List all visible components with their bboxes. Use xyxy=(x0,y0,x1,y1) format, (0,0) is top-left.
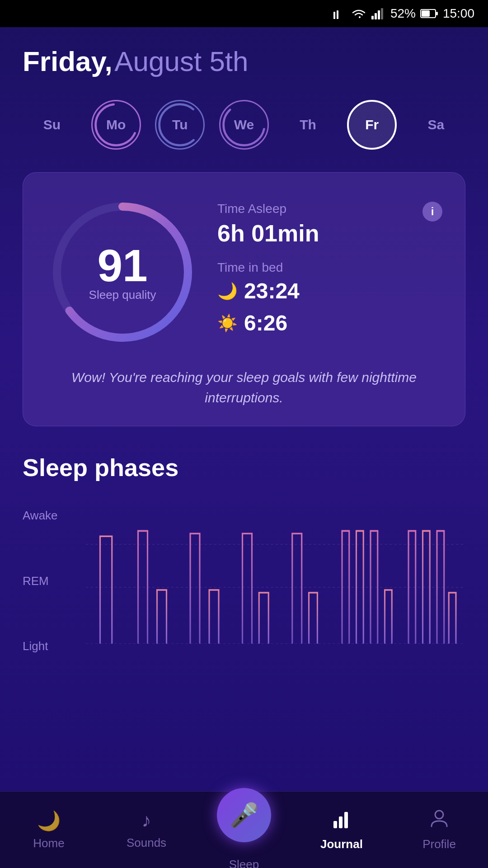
day-bubble-fr[interactable]: Fr xyxy=(347,100,397,150)
phases-chart-svg xyxy=(86,504,465,676)
nav-label-sleep: Sleep xyxy=(229,858,259,868)
phases-chart: Awake REM Light xyxy=(23,504,465,676)
main-content: Friday, August 5th Su Mo Tu We xyxy=(0,27,488,676)
week-selector: Su Mo Tu We Th Fr xyxy=(23,100,465,150)
phase-rem: REM xyxy=(23,574,58,588)
sleep-circle-text: 91 Sleep quality xyxy=(89,243,156,302)
svg-point-11 xyxy=(224,104,265,146)
day-date: August 5th xyxy=(114,46,248,77)
sun-icon: ☀️ xyxy=(217,314,238,333)
battery-icon xyxy=(420,9,438,19)
sleep-mic-button[interactable]: 🎤 xyxy=(217,788,271,842)
nav-label-home: Home xyxy=(33,836,64,850)
day-bubble-tu[interactable]: Tu xyxy=(155,100,205,150)
nav-label-sounds: Sounds xyxy=(127,836,166,850)
nav-item-home[interactable]: 🌙 Home xyxy=(0,810,98,850)
sleep-stats: i Time Asleep 6h 01min Time in bed 🌙 23:… xyxy=(217,202,442,343)
svg-rect-7 xyxy=(422,10,430,17)
mic-icon: 🎤 xyxy=(230,802,259,829)
sleep-card-top: 91 Sleep quality i Time Asleep 6h 01min … xyxy=(46,195,442,349)
sleep-card: 91 Sleep quality i Time Asleep 6h 01min … xyxy=(23,172,465,426)
wifi-icon xyxy=(351,7,367,20)
phase-awake: Awake xyxy=(23,509,58,523)
svg-rect-18 xyxy=(339,816,343,828)
info-icon[interactable]: i xyxy=(422,202,442,222)
we-arc xyxy=(221,101,267,148)
sleep-phases-section: Sleep phases Awake REM Light xyxy=(23,453,465,676)
bedtime-value: 23:24 xyxy=(244,278,300,303)
svg-rect-0 xyxy=(333,12,335,19)
sync-icon xyxy=(333,8,346,19)
nav-item-sleep[interactable]: 🎤 Sleep xyxy=(195,788,293,868)
home-icon: 🌙 xyxy=(37,810,61,832)
day-bubble-sa[interactable]: Sa xyxy=(411,100,461,150)
sleep-message: Wow! You're reaching your sleep goals wi… xyxy=(46,367,442,408)
day-bubble-th[interactable]: Th xyxy=(283,100,333,150)
bedtime-row: 🌙 23:24 xyxy=(217,278,442,303)
moon-icon: 🌙 xyxy=(217,282,238,301)
time-in-bed-label: Time in bed xyxy=(217,260,442,275)
phase-labels: Awake REM Light xyxy=(23,504,58,676)
day-name: Friday, xyxy=(23,46,113,77)
svg-rect-2 xyxy=(371,16,374,19)
bottom-nav: 🌙 Home ♪ Sounds 🎤 Sleep Journal xyxy=(0,791,488,868)
signal-icon xyxy=(371,8,386,19)
date-header: Friday, August 5th xyxy=(23,45,465,77)
svg-rect-19 xyxy=(344,812,348,828)
mo-arc xyxy=(93,101,140,148)
nav-label-journal: Journal xyxy=(320,837,363,851)
sounds-icon: ♪ xyxy=(142,810,151,831)
svg-rect-4 xyxy=(378,10,380,19)
waketime-row: ☀️ 6:26 xyxy=(217,311,442,335)
sleep-score-value: 91 xyxy=(89,243,156,288)
time-asleep-label: Time Asleep xyxy=(217,202,442,216)
clock: 15:00 xyxy=(443,6,474,21)
day-bubble-su[interactable]: Su xyxy=(27,100,77,150)
day-bubble-we[interactable]: We xyxy=(219,100,269,150)
waketime-value: 6:26 xyxy=(244,311,287,335)
status-icons: 52% 15:00 xyxy=(333,6,474,21)
tu-arc xyxy=(156,101,203,148)
svg-rect-1 xyxy=(337,10,338,19)
nav-item-journal[interactable]: Journal xyxy=(293,808,390,851)
svg-rect-17 xyxy=(333,821,337,828)
svg-point-10 xyxy=(160,104,201,146)
nav-item-profile[interactable]: Profile xyxy=(390,808,488,851)
svg-point-9 xyxy=(95,104,136,146)
svg-point-20 xyxy=(435,811,443,819)
nav-item-sounds[interactable]: ♪ Sounds xyxy=(98,810,195,850)
svg-rect-8 xyxy=(436,12,438,15)
battery-level: 52% xyxy=(390,6,416,21)
profile-icon xyxy=(429,808,449,833)
sleep-score-circle: 91 Sleep quality xyxy=(46,195,199,349)
phase-light: Light xyxy=(23,639,58,653)
journal-icon xyxy=(332,808,352,833)
svg-rect-3 xyxy=(375,13,377,19)
sleep-quality-label: Sleep quality xyxy=(89,288,156,302)
time-asleep-value: 6h 01min xyxy=(217,220,442,247)
sleep-phases-title: Sleep phases xyxy=(23,453,465,481)
nav-label-profile: Profile xyxy=(422,837,456,851)
status-bar: 52% 15:00 xyxy=(0,0,488,27)
chart-area xyxy=(86,504,465,676)
day-bubble-mo[interactable]: Mo xyxy=(91,100,141,150)
svg-rect-5 xyxy=(381,8,383,19)
